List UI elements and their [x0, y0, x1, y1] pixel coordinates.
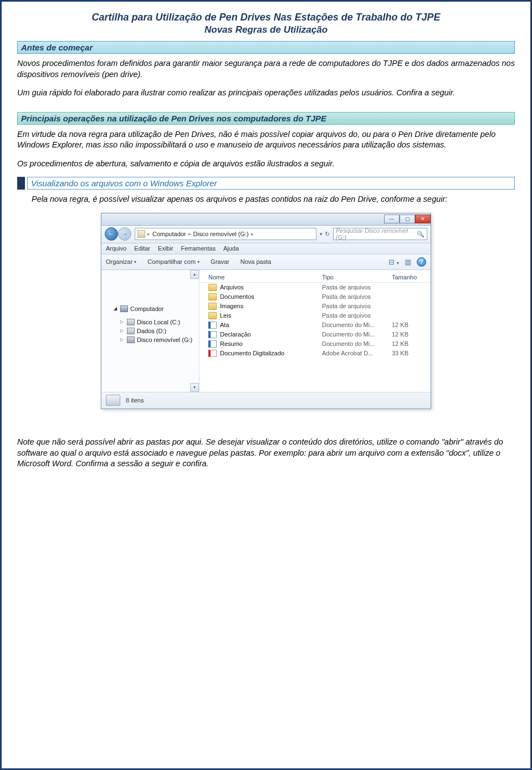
file-type: Pasta de arquivos [322, 293, 392, 300]
search-icon: 🔍 [417, 231, 424, 238]
minimize-button[interactable]: — [384, 215, 400, 223]
folder-icon [208, 303, 217, 310]
chevron-down-icon[interactable]: ▾ [320, 231, 323, 237]
toolbar-organizar[interactable]: Organizar▾ [106, 258, 136, 265]
file-type: Pasta de arquivos [322, 312, 392, 319]
menu-bar: Arquivo Editar Exibir Ferramentas Ajuda [101, 243, 431, 254]
file-type: Documento do Mi... [322, 340, 392, 347]
explorer-window: — ▢ ✕ ← → ▸ Computador ▸ Disco removível… [101, 213, 431, 409]
file-name: Imagens [220, 303, 322, 309]
file-row[interactable]: DocumentosPasta de arquivos [200, 292, 431, 302]
breadcrumb-item[interactable]: Disco removível (G:) [193, 231, 249, 237]
toolbar-nova-pasta[interactable]: Nova pasta [241, 258, 272, 265]
file-row[interactable]: LeisPasta de arquivos [200, 311, 431, 320]
file-type: Pasta de arquivos [322, 284, 392, 290]
menu-ajuda[interactable]: Ajuda [223, 245, 239, 252]
word-icon [208, 322, 217, 329]
chevron-down-icon: ▾ [134, 259, 136, 264]
menu-editar[interactable]: Editar [134, 245, 150, 252]
file-name: Arquivos [220, 284, 322, 290]
word-icon [208, 340, 217, 348]
file-type: Documento do Mi... [322, 322, 392, 328]
file-size: 12 KB [392, 322, 426, 328]
paragraph: Um guia rápido foi elaborado para ilustr… [17, 88, 515, 99]
tree-drive-d[interactable]: ▷ Dados (D:) [104, 327, 197, 335]
folder-icon [208, 312, 217, 319]
file-name: Declaração [220, 331, 322, 338]
chevron-right-icon: ▸ [188, 231, 191, 237]
file-size: 12 KB [392, 340, 426, 347]
drive-icon [127, 319, 135, 325]
file-name: Documento Digitalizado [220, 350, 322, 356]
search-placeholder: Pesquisar Disco removível (G:) [336, 227, 412, 241]
paragraph: Pela nova regra, é possível visualizar a… [17, 194, 515, 205]
file-type: Pasta de arquivos [322, 303, 392, 309]
forward-button[interactable]: → [118, 227, 131, 241]
file-name: Documentos [220, 293, 322, 300]
file-type: Documento do Mi... [322, 331, 392, 338]
drive-icon [106, 395, 120, 406]
chevron-right-icon: ▸ [251, 231, 254, 237]
expand-icon: ▷ [120, 328, 125, 333]
file-row[interactable]: ArquivosPasta de arquivos [200, 283, 431, 292]
page-title: Cartilha para Utilização de Pen Drives N… [17, 12, 515, 23]
close-button[interactable]: ✕ [415, 215, 431, 223]
back-button[interactable]: ← [105, 227, 118, 241]
scroll-down-button[interactable]: ▾ [190, 383, 199, 392]
section-before-start: Antes de começar [17, 41, 515, 54]
paragraph: Novos procedimentos foram definidos para… [17, 58, 515, 80]
view-mode-icon[interactable]: ⊟ ▾ [388, 258, 399, 266]
scroll-up-button[interactable]: ▴ [190, 270, 199, 279]
file-name: Resumo [220, 340, 322, 347]
subsection-visualizing: Visualizando os arquivos com o Windows E… [27, 177, 515, 190]
file-list: Nome Tipo Tamanho ArquivosPasta de arqui… [200, 270, 431, 392]
status-text: 8 itens [126, 397, 144, 404]
file-row[interactable]: AtaDocumento do Mi...12 KB [200, 320, 431, 330]
tree-drive-c[interactable]: ▷ Disco Local (C:) [104, 318, 197, 327]
column-name[interactable]: Nome [208, 274, 322, 281]
file-row[interactable]: ResumoDocumento do Mi...12 KB [200, 339, 431, 349]
file-size: 33 KB [392, 350, 426, 356]
section-main-ops: Principais operações na utilização de Pe… [17, 112, 515, 125]
tree-drive-g[interactable]: ▷ Disco removível (G:) [104, 335, 197, 344]
expand-icon: ▷ [120, 337, 125, 342]
paragraph: Os procedimentos de abertura, salvamento… [17, 159, 515, 170]
file-row[interactable]: DeclaraçãoDocumento do Mi...12 KB [200, 330, 431, 339]
collapse-icon: ◢ [114, 306, 118, 311]
maximize-button[interactable]: ▢ [400, 215, 415, 223]
decoration [17, 177, 25, 190]
refresh-icon[interactable]: ↻ [325, 231, 330, 238]
chevron-down-icon: ▾ [197, 259, 200, 264]
column-type[interactable]: Tipo [322, 274, 392, 281]
expand-icon: ▷ [120, 319, 125, 324]
breadcrumb-item[interactable]: Computador [152, 231, 186, 237]
column-size[interactable]: Tamanho [392, 274, 426, 281]
computer-icon [120, 305, 128, 312]
toolbar-compartilhar[interactable]: Compartilhar com▾ [147, 258, 200, 265]
chevron-right-icon: ▸ [147, 231, 150, 237]
help-icon[interactable]: ? [417, 257, 426, 267]
menu-arquivo[interactable]: Arquivo [106, 245, 126, 252]
file-size: 12 KB [392, 331, 426, 338]
file-type: Adobe Acrobat D... [322, 350, 392, 356]
paragraph: Em virtude da nova regra para utilização… [17, 129, 515, 151]
nav-tree: ▴ ◢ Computador ▷ Disco Local (C:) ▷ Dado… [101, 270, 200, 392]
menu-exibir[interactable]: Exibir [158, 245, 173, 252]
menu-ferramentas[interactable]: Ferramentas [181, 245, 216, 252]
page-subtitle: Novas Regras de Utilização [17, 24, 515, 35]
folder-icon [208, 284, 217, 291]
search-input[interactable]: Pesquisar Disco removível (G:) 🔍 [333, 228, 427, 240]
preview-pane-icon[interactable]: ▥ [405, 258, 411, 266]
pdf-icon [208, 350, 217, 357]
usb-drive-icon [127, 336, 135, 343]
status-bar: 8 itens [101, 392, 431, 409]
file-row[interactable]: Documento DigitalizadoAdobe Acrobat D...… [200, 349, 431, 358]
address-bar[interactable]: ▸ Computador ▸ Disco removível (G:) ▸ [135, 228, 316, 240]
toolbar-gravar[interactable]: Gravar [211, 258, 229, 265]
file-name: Ata [220, 322, 322, 328]
window-title-bar: — ▢ ✕ [101, 213, 431, 226]
tree-computer[interactable]: ◢ Computador [104, 304, 197, 313]
word-icon [208, 331, 217, 338]
file-row[interactable]: ImagensPasta de arquivos [200, 302, 431, 311]
folder-icon [208, 293, 217, 300]
